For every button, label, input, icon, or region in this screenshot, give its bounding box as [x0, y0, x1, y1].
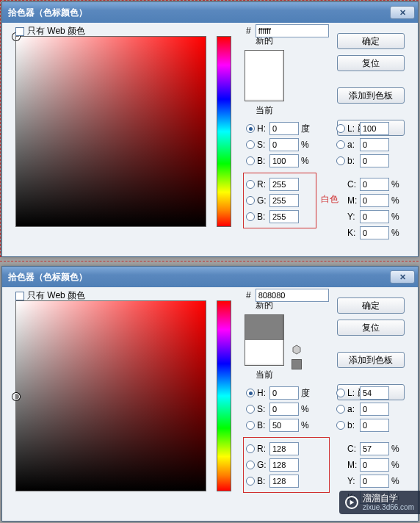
- watermark: 溜溜自学 zixue.3d66.com: [339, 491, 420, 514]
- label-a: a:: [347, 140, 358, 150]
- radio-h[interactable]: [246, 389, 255, 397]
- play-icon: [345, 496, 358, 509]
- label-bl: b:: [347, 420, 358, 430]
- input-m[interactable]: [360, 194, 389, 207]
- unit-pct: %: [391, 476, 402, 486]
- input-s[interactable]: [269, 138, 299, 151]
- close-icon: ✕: [399, 273, 406, 282]
- radio-s[interactable]: [246, 140, 255, 149]
- unit-pct: %: [301, 420, 311, 430]
- input-b-hsb[interactable]: [269, 419, 299, 432]
- label-s: S:: [257, 404, 267, 414]
- label-s: S:: [257, 140, 267, 150]
- label-bb: B:: [257, 156, 267, 166]
- hex-input[interactable]: [256, 289, 329, 302]
- titlebar[interactable]: 拾色器（色标颜色） ✕: [2, 267, 418, 287]
- label-bb: B:: [257, 420, 267, 430]
- label-a: a:: [347, 404, 358, 414]
- label-l: L:: [347, 123, 358, 134]
- unit-pct: %: [391, 460, 402, 470]
- label-h: H:: [257, 123, 267, 134]
- input-b-hsb[interactable]: [269, 154, 299, 167]
- input-c[interactable]: [360, 442, 389, 455]
- web-only-label: 只有 Web 颜色: [27, 289, 85, 302]
- input-c[interactable]: [360, 178, 389, 191]
- rgb-highlight-box: [243, 437, 330, 493]
- radio-h[interactable]: [246, 124, 255, 133]
- add-swatch-button[interactable]: 添加到色板: [337, 87, 405, 104]
- radio-s[interactable]: [246, 405, 255, 414]
- ok-button[interactable]: 确定: [337, 33, 405, 49]
- unit-pct: %: [301, 156, 311, 166]
- input-a[interactable]: [360, 138, 389, 151]
- unit-pct: %: [301, 404, 311, 414]
- radio-l[interactable]: [336, 389, 345, 397]
- radio-a[interactable]: [336, 405, 345, 414]
- web-only-checkbox[interactable]: [15, 292, 24, 300]
- input-s[interactable]: [269, 403, 299, 416]
- unit-pct: %: [391, 228, 402, 238]
- unit-pct: %: [301, 140, 311, 150]
- input-l[interactable]: [360, 122, 389, 135]
- close-icon: ✕: [399, 8, 406, 18]
- hue-strip[interactable]: [217, 300, 231, 491]
- current-label: 当前: [242, 104, 287, 117]
- web-only-checkbox[interactable]: [15, 27, 24, 36]
- radio-b[interactable]: [246, 156, 255, 165]
- color-swatch: [245, 50, 284, 101]
- radio-l[interactable]: [336, 124, 345, 133]
- web-only-label: 只有 Web 颜色: [27, 25, 85, 37]
- label-c: C:: [347, 444, 358, 454]
- reset-button[interactable]: 复位: [337, 55, 405, 71]
- unit-pct: %: [391, 179, 402, 190]
- annotation-white: 白色: [321, 193, 338, 206]
- input-h[interactable]: [269, 122, 299, 135]
- saturation-value-area[interactable]: [15, 300, 206, 491]
- input-bl[interactable]: [360, 419, 389, 432]
- hex-input[interactable]: [256, 24, 329, 37]
- current-label: 当前: [242, 369, 287, 381]
- nearest-web-color-icon[interactable]: [292, 359, 302, 369]
- input-k[interactable]: [360, 226, 389, 239]
- color-picker-dialog: 拾色器（色标颜色） ✕ 新的 当前 确定 复位 添加到色板 颜色库 H:度 S:…: [1, 1, 419, 257]
- hash-label: #: [246, 26, 251, 36]
- sv-pointer[interactable]: [12, 393, 20, 400]
- label-c: C:: [347, 179, 358, 190]
- unit-pct: %: [391, 212, 402, 222]
- hue-strip[interactable]: [217, 36, 231, 227]
- ok-button[interactable]: 确定: [337, 297, 405, 314]
- saturation-value-area[interactable]: [15, 36, 206, 227]
- input-a[interactable]: [360, 403, 389, 416]
- input-m[interactable]: [360, 458, 389, 472]
- svg-marker-0: [293, 345, 300, 354]
- gamut-warning-icon[interactable]: [292, 345, 302, 355]
- titlebar[interactable]: 拾色器（色标颜色） ✕: [2, 2, 418, 23]
- radio-a[interactable]: [336, 140, 345, 149]
- input-h[interactable]: [269, 386, 299, 400]
- label-m: M:: [347, 460, 358, 470]
- input-y[interactable]: [360, 475, 389, 488]
- watermark-sub: zixue.3d66.com: [363, 503, 414, 511]
- add-swatch-button[interactable]: 添加到色板: [337, 352, 405, 368]
- input-bl[interactable]: [360, 154, 389, 167]
- unit-deg: 度: [301, 123, 311, 135]
- hash-label: #: [246, 290, 251, 300]
- radio-bl[interactable]: [336, 421, 345, 430]
- unit-deg: 度: [301, 387, 311, 400]
- dialog-title: 拾色器（色标颜色）: [8, 7, 87, 19]
- radio-bl[interactable]: [336, 156, 345, 165]
- close-button[interactable]: ✕: [390, 270, 415, 284]
- label-y: Y:: [347, 212, 358, 222]
- rgb-highlight-box: [243, 173, 316, 228]
- unit-pct: %: [391, 195, 402, 206]
- color-swatch: [245, 314, 284, 366]
- color-picker-dialog: 拾色器（色标颜色） ✕ 新的 当前 确定 复位 添加到色板 颜色库 H:度: [1, 266, 419, 522]
- dialog-title: 拾色器（色标颜色）: [8, 271, 87, 284]
- close-button[interactable]: ✕: [390, 6, 415, 19]
- reset-button[interactable]: 复位: [337, 320, 405, 336]
- input-y[interactable]: [360, 210, 389, 223]
- watermark-title: 溜溜自学: [363, 494, 414, 503]
- input-l[interactable]: [360, 386, 389, 400]
- radio-b[interactable]: [246, 421, 255, 430]
- label-y: Y:: [347, 476, 358, 486]
